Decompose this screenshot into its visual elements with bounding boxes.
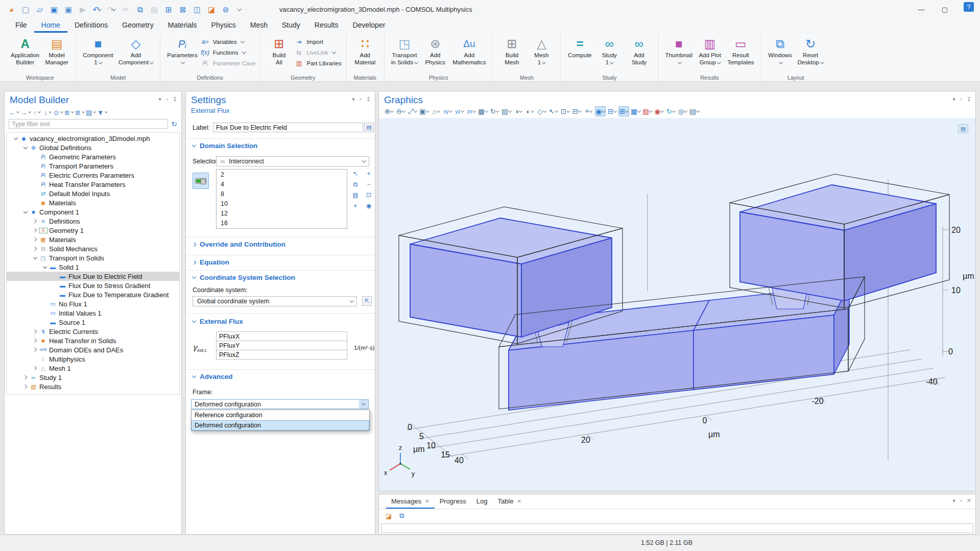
qat-icon[interactable]: ↷ [105,4,117,16]
reset-desktop-button[interactable]: ↻ ResetDesktop [795,34,826,67]
close-tab-icon[interactable]: ✕ [517,498,521,504]
result-templates-button[interactable]: ▭ ResultTemplates [725,34,756,67]
scene-settings-icon[interactable]: ▤ [501,106,512,116]
menu-tab[interactable]: Home [34,19,67,33]
qat-icon[interactable]: ▣ [62,4,75,16]
qat-icon[interactable]: ◪ [205,4,218,16]
qat-icon[interactable]: ▢ [19,4,32,16]
panel-menu-icon[interactable]: ▾ [952,498,955,504]
qat-icon[interactable]: ▱ [34,4,46,16]
menu-tab[interactable]: Physics [204,19,243,33]
equation-header[interactable]: Equation [193,258,229,266]
windows-button[interactable]: ⧉ Windows [766,34,795,67]
domain-list-item[interactable]: 8 [217,189,347,199]
panel-menu-icon[interactable]: ▾ [952,97,955,102]
tree-expander-icon[interactable] [32,227,39,234]
coordinate-system-dropdown[interactable]: Global coordinate system [193,296,357,306]
tree-item[interactable]: ▭ No Flux 1 [7,299,179,308]
toolbar-icon[interactable]: ← [9,108,19,117]
rotate-view-icon[interactable]: ↻ [489,106,500,116]
clear-log-icon[interactable]: ◪ [384,511,393,520]
import-button[interactable]: ⇥Import [294,37,341,46]
parameter-case-button[interactable]: PᵢParameter Case [200,59,256,68]
tree-expander-icon[interactable] [22,209,29,215]
tab-table[interactable]: Table ✕ [492,494,526,509]
panel-menu-icon[interactable]: ▾ [158,97,161,102]
dropdown-open-button[interactable] [359,400,368,409]
plot-tools-icon[interactable]: ▤ [958,124,968,133]
external-flux-x-input[interactable] [216,331,347,341]
default-3d-view-icon[interactable]: ⌂ [431,106,441,116]
toolbar-icon[interactable]: ▤ [86,108,95,117]
transparency-icon[interactable]: ◐ [524,106,535,116]
tree-item[interactable]: ⊕ Global Definitions [7,143,179,152]
frame-dropdown[interactable]: Deformed configuration [191,399,369,409]
toolbar-icon[interactable]: → [20,108,31,117]
tree-expander-icon[interactable] [32,154,39,160]
tree-expander-icon[interactable] [42,301,49,307]
tree-item[interactable]: ◳ Transport in Solids [7,253,179,262]
tree-expander-icon[interactable] [22,384,29,390]
functions-button[interactable]: f(x)Functions [200,48,256,57]
copy-log-icon[interactable]: ⧉ [397,511,407,520]
menu-tab[interactable]: Developer [346,19,393,33]
tree-expander-icon[interactable] [32,172,39,179]
tree-expander-icon[interactable] [22,145,29,151]
zoom-extents-icon[interactable]: ⤢ [407,106,418,116]
tree-item[interactable]: Pᵢ Geometric Parameters [7,152,179,161]
livelink-button[interactable]: ⇆LiveLink [294,48,341,57]
tree-expander-icon[interactable] [32,328,39,335]
tree-expander-icon[interactable] [32,181,39,188]
dropdown-option[interactable]: Deformed configuration [192,420,369,430]
domain-list-item[interactable]: 10 [217,199,347,209]
tree-expander-icon[interactable] [32,338,39,344]
pin-panel-icon[interactable]: ↧ [366,97,371,102]
mesh-1-button[interactable]: △ Mesh1 [527,34,556,67]
menu-tab[interactable]: Definitions [67,19,115,33]
camera-icon[interactable]: ▦ [477,106,488,116]
close-tab-icon[interactable]: ✕ [425,498,429,504]
toolbar-icon[interactable]: ▼ [97,108,107,117]
qat-icon[interactable]: ⊠ [177,4,189,16]
qat-icon[interactable]: ✂ [119,4,132,16]
xy-view-icon[interactable]: xy [442,106,453,116]
menu-tab[interactable]: Geometry [115,19,160,33]
transport-in-solids-button[interactable]: ◳ Transportin Solids [389,34,420,67]
deselect-icon[interactable]: ⊟ [571,106,582,116]
lighting-icon[interactable]: ◑ [513,106,523,116]
tree-item[interactable]: d/dt Domain ODEs and DAEs [7,345,179,354]
float-panel-icon[interactable]: ▫ [960,97,962,102]
tree-item[interactable]: ▭ Initial Values 1 [7,308,179,318]
tree-item[interactable]: Pᵢ Electric Currents Parameters [7,171,179,180]
tree-expander-icon[interactable] [42,264,49,271]
yz-view-icon[interactable]: yz [454,106,465,116]
add-component-button[interactable]: ◇ AddComponent [116,34,156,67]
split-horizontal-icon[interactable]: ⊟ [607,106,617,116]
float-panel-icon[interactable]: ▫ [960,498,962,504]
toolbar-icon[interactable]: ⊙ [54,108,63,117]
print-icon[interactable]: ▤ [689,106,700,116]
tree-item[interactable]: ↯ Electric Currents [7,327,179,336]
zoom-selected-icon[interactable]: ⌖ [583,106,594,116]
menu-tab[interactable]: Materials [161,19,204,33]
update-plot-icon[interactable]: ↻ [665,106,676,116]
tree-item[interactable]: ▦ Materials [7,235,179,244]
close-panel-icon[interactable]: ✕ [967,498,971,504]
tree-expander-icon[interactable] [52,273,58,280]
minimize-button[interactable]: — [910,0,933,19]
study-1-button[interactable]: ∞ Study1 [594,34,624,67]
tree-item[interactable]: ◉ Materials [7,198,179,207]
tree-item[interactable]: ▬ Flux Due to Electric Field [7,272,179,281]
tree-expander-icon[interactable] [42,319,49,326]
float-panel-icon[interactable]: ▫ [360,97,362,102]
box-select-icon[interactable]: ⊡ [364,190,374,200]
tree-item[interactable]: ■ Heat Transfer in Solids [7,336,179,345]
toolbar-icon[interactable]: ≣ [75,108,84,117]
menu-tab[interactable]: Mesh [243,19,275,33]
toolbar-icon[interactable]: ≣ [64,108,74,117]
selection-dropdown[interactable]: ∞ Interconnect [216,156,369,166]
domain-list-item[interactable]: 16 [217,219,347,228]
tree-item[interactable]: ∴ Multiphysics [7,354,179,364]
tree-expander-icon[interactable] [32,246,39,252]
tree-item[interactable]: ▬ Solid 1 [7,262,179,272]
